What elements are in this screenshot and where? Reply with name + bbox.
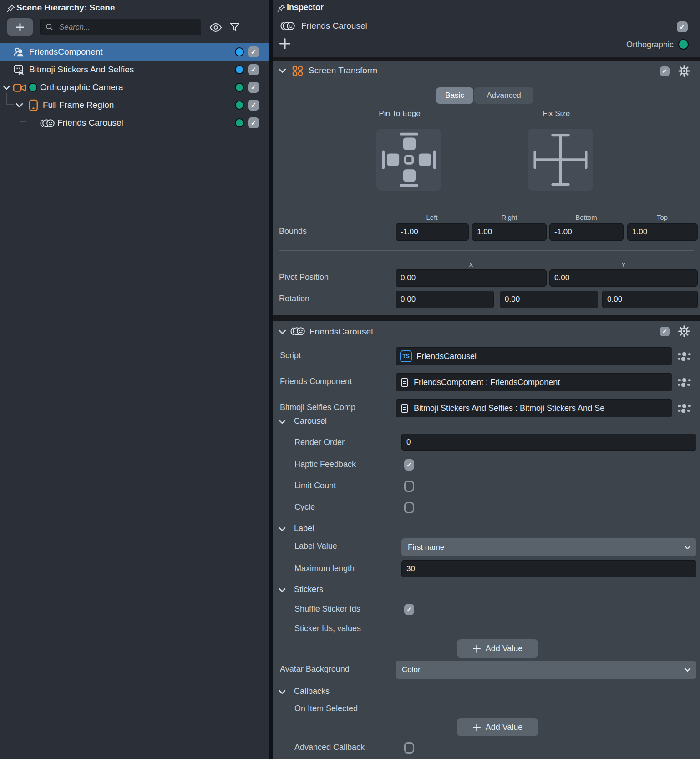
section-title: Screen Transform [309, 66, 377, 76]
divider [279, 204, 694, 204]
fix-size-icon [528, 129, 593, 191]
enabled-checkbox[interactable] [248, 117, 259, 128]
component-icon [400, 403, 409, 414]
avatar-background-dropdown[interactable]: Color [396, 661, 696, 679]
rotation-label: Rotation [279, 294, 309, 304]
bitmoji-selfies-field[interactable]: Bitmoji Stickers And Selfies : Bitmoji S… [396, 399, 672, 417]
chevron-down-icon[interactable] [279, 527, 286, 531]
visibility-eye-icon[interactable] [208, 21, 223, 34]
advanced-callback-checkbox[interactable] [404, 742, 414, 754]
panel-pin-icon[interactable] [277, 4, 286, 13]
rotation-x-input[interactable] [396, 291, 494, 308]
hierarchy-row-friendscomponent[interactable]: FriendsComponent [0, 43, 269, 61]
hierarchy-row-bitmoji-stickers[interactable]: Bitmoji Stickers And Selfies [0, 61, 269, 79]
label-value-dropdown[interactable]: First name [401, 538, 696, 556]
component-enabled-checkbox[interactable] [660, 327, 670, 336]
screen-transform-icon [291, 65, 304, 77]
bitmoji-selfies-value: Bitmoji Stickers And Selfies : Bitmoji S… [414, 404, 604, 413]
toolbar-divider [0, 40, 269, 40]
chevron-down-icon[interactable] [15, 103, 23, 108]
friends-component-value: FriendsComponent : FriendsComponent [414, 378, 560, 387]
enabled-checkbox[interactable] [248, 100, 259, 111]
tab-basic[interactable]: Basic [436, 87, 473, 104]
chevron-down-icon[interactable] [3, 85, 10, 90]
maximum-length-label: Maximum length [294, 564, 355, 573]
chevron-down-icon[interactable] [279, 68, 286, 73]
status-dot[interactable] [235, 65, 244, 74]
script-label: Script [280, 351, 301, 360]
panel-splitter[interactable] [269, 0, 273, 759]
section-title: FriendsCarousel [309, 327, 373, 337]
gear-icon[interactable] [677, 64, 691, 78]
carousel-icon [40, 118, 56, 128]
add-sticker-value-button[interactable]: Add Value [457, 639, 538, 658]
hierarchy-row-friends-carousel[interactable]: Friends Carousel [0, 114, 269, 132]
chevron-down-icon[interactable] [279, 588, 286, 592]
divider [279, 250, 694, 251]
add-callback-value-button[interactable]: Add Value [457, 718, 538, 736]
friends-carousel-section: FriendsCarousel Script TS FriendsCarouse… [273, 321, 700, 759]
bounds-top-input[interactable] [627, 223, 698, 241]
tab-advanced[interactable]: Advanced [474, 87, 533, 104]
screen-transform-section: Screen Transform Basic Advanced Pin To E… [273, 61, 700, 315]
panel-pin-icon[interactable] [6, 4, 15, 13]
on-item-selected-label: On Item Selected [294, 704, 358, 713]
add-value-label: Add Value [486, 723, 523, 732]
sticker-ids-values-label: Sticker Ids, values [294, 624, 361, 633]
search-input[interactable] [58, 22, 196, 32]
bounds-left-input[interactable] [396, 223, 469, 241]
add-component-button[interactable] [279, 37, 291, 50]
hierarchy-row-full-frame-region[interactable]: Full Frame Region [0, 96, 269, 114]
rotation-z-input[interactable] [602, 291, 698, 308]
object-picker-icon[interactable] [677, 377, 691, 388]
hierarchy-title: Scene Hierarchy: Scene [16, 3, 115, 13]
render-order-input[interactable] [401, 434, 696, 451]
shuffle-sticker-ids-checkbox[interactable] [404, 604, 414, 615]
cycle-label: Cycle [294, 502, 315, 512]
chevron-down-icon[interactable] [279, 690, 286, 694]
chevron-down-icon[interactable] [279, 420, 286, 424]
inspector-title: Inspector [287, 3, 324, 12]
enabled-checkbox[interactable] [248, 64, 259, 75]
row-label: Friends Carousel [57, 118, 123, 128]
object-picker-icon[interactable] [677, 351, 691, 362]
callbacks-group-header[interactable]: Callbacks [294, 687, 330, 696]
add-object-button[interactable] [7, 18, 33, 36]
rotation-y-input[interactable] [500, 291, 598, 308]
chevron-down-icon[interactable] [279, 329, 286, 334]
fix-size-control[interactable] [528, 129, 593, 191]
inspector-header: Inspector Friends Carousel Orthographic [273, 0, 700, 57]
enabled-checkbox[interactable] [248, 82, 259, 93]
object-picker-icon[interactable] [677, 403, 691, 414]
bounds-bottom-input[interactable] [549, 223, 624, 241]
filter-funnel-icon[interactable] [228, 21, 241, 34]
haptic-feedback-checkbox[interactable] [404, 459, 414, 471]
carousel-group-header[interactable]: Carousel [294, 416, 327, 426]
search-icon [45, 23, 54, 31]
pivot-x-input[interactable] [396, 269, 547, 287]
gear-icon[interactable] [677, 324, 691, 338]
cycle-checkbox[interactable] [404, 502, 414, 513]
chevron-down-icon [684, 668, 691, 672]
status-dot[interactable] [235, 83, 244, 92]
object-enabled-checkbox[interactable] [677, 21, 688, 32]
label-group-header[interactable]: Label [294, 524, 314, 533]
maximum-length-input[interactable] [401, 560, 696, 577]
bounds-right-input[interactable] [472, 223, 547, 241]
pin-to-edge-control[interactable] [376, 129, 441, 191]
stickers-group-header[interactable]: Stickers [294, 585, 323, 594]
component-enabled-checkbox[interactable] [660, 66, 670, 76]
limit-count-checkbox[interactable] [404, 481, 414, 492]
inspected-object-name: Friends Carousel [301, 21, 367, 31]
enabled-checkbox[interactable] [248, 46, 259, 57]
chevron-down-icon [684, 545, 691, 550]
camera-live-dot [28, 83, 37, 92]
scene-hierarchy-panel: Scene Hierarchy: Scene FriendsCompone [0, 0, 269, 759]
friends-component-field[interactable]: FriendsComponent : FriendsComponent [396, 373, 672, 391]
status-dot[interactable] [235, 118, 244, 127]
hierarchy-row-orthographic-camera[interactable]: Orthographic Camera [0, 79, 269, 96]
status-dot[interactable] [235, 47, 244, 56]
pivot-y-input[interactable] [549, 269, 698, 287]
status-dot[interactable] [235, 101, 244, 110]
script-field[interactable]: TS FriendsCarousel [396, 347, 672, 365]
